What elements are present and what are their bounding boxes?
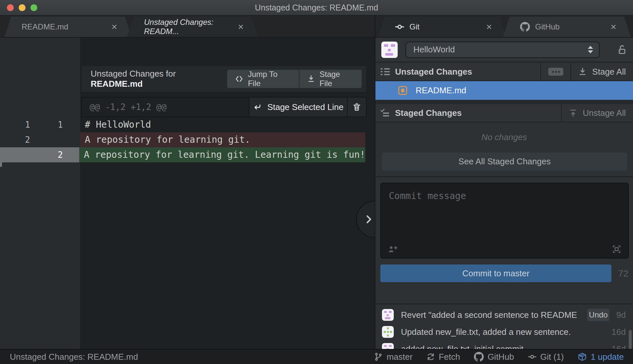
sync-icon: [426, 353, 435, 361]
tab-readme-label: README.md: [22, 22, 68, 31]
git-status-button[interactable]: Git (1): [528, 352, 564, 362]
staged-changes-header: Staged Changes Unstage All: [375, 104, 633, 122]
see-all-staged-button[interactable]: See All Staged Changes: [382, 153, 627, 171]
new-line-number: 2: [35, 147, 68, 162]
tab-unstaged-changes[interactable]: Unstaged Changes: READM... ×: [127, 17, 258, 37]
diff-line-context[interactable]: 1 1 # HelloWorld: [0, 117, 365, 132]
checklist-icon: [381, 109, 390, 117]
updates-button[interactable]: 1 update: [578, 352, 624, 362]
dock-toggle-handle[interactable]: [356, 201, 375, 238]
diff-line-deleted[interactable]: 2 A repository for learning git.: [0, 132, 365, 147]
github-icon: [474, 352, 484, 362]
unstage-all-button[interactable]: Unstage All: [561, 104, 633, 122]
commit-section: Commit to master 72: [375, 177, 633, 303]
app-window: Unstaged Changes: README.md README.md × …: [0, 0, 633, 364]
jump-to-file-label: Jump To File: [248, 70, 291, 88]
commit-row[interactable]: Updated new_file.txt, added a new senten…: [375, 323, 633, 340]
diff-line-gutter: 2: [0, 132, 80, 147]
diff-line-text: A repository for learning git.: [80, 132, 365, 147]
add-coauthor-icon[interactable]: [388, 245, 398, 253]
stage-all-icon: [578, 67, 587, 76]
package-icon: [578, 352, 587, 361]
title-bar: Unstaged Changes: README.md: [0, 0, 633, 15]
stage-all-label: Stage All: [592, 67, 626, 77]
tab-git-close-icon[interactable]: ×: [480, 22, 492, 32]
undo-button[interactable]: Undo: [587, 309, 609, 321]
staged-changes-body: No changes See All Staged Changes: [375, 122, 633, 177]
discard-menu-button[interactable]: [540, 63, 570, 81]
tab-github[interactable]: GitHub ×: [503, 17, 631, 37]
discard-hunk-button[interactable]: [347, 98, 366, 117]
tab-unstaged-changes-close-icon[interactable]: ×: [232, 22, 244, 32]
ellipsis-icon: [548, 68, 563, 76]
unstaged-file-name: README.md: [416, 85, 466, 96]
unstaged-file-row[interactable]: README.md: [375, 81, 633, 100]
git-commit-icon: [395, 22, 404, 31]
fetch-button[interactable]: Fetch: [426, 352, 460, 362]
stage-selected-line-button[interactable]: Stage Selected Line: [249, 98, 347, 117]
tab-unstaged-changes-label: Unstaged Changes: READM...: [144, 18, 232, 36]
status-file-path: Unstaged Changes: README.md: [10, 352, 138, 362]
stage-file-button[interactable]: Stage File: [299, 70, 362, 88]
window-title: Unstaged Changes: README.md: [0, 3, 633, 12]
stage-down-icon: [307, 75, 315, 83]
branch-name: master: [387, 352, 412, 362]
old-line-number: [0, 147, 35, 162]
unstaged-changes-title: Unstaged Changes: [375, 63, 540, 81]
chevron-right-icon: [364, 214, 374, 224]
status-right-items: master Fetch GitHub Git (1) 1 update: [374, 352, 624, 362]
commit-time: 9d: [616, 310, 626, 320]
diff-line-added-selected[interactable]: 2 A repository for learning git. Learnin…: [0, 147, 365, 162]
diff-file-title: Unstaged Changes for README.md: [91, 69, 227, 89]
select-arrows-icon: [588, 46, 593, 53]
hunk-header: @@ -1,2 +1,2 @@ Stage Selected Line: [81, 97, 367, 117]
fetch-label: Fetch: [439, 352, 460, 362]
github-label: GitHub: [488, 352, 514, 362]
tab-readme[interactable]: README.md ×: [5, 17, 132, 37]
staged-changes-title: Staged Changes: [375, 104, 561, 122]
expand-commit-box-icon[interactable]: [612, 244, 622, 254]
diff-file-title-prefix: Unstaged Changes for: [91, 69, 176, 79]
editor-tab-bar: README.md × Unstaged Changes: READM... ×: [0, 15, 375, 38]
commit-message: Updated new_file.txt, added a new senten…: [401, 327, 571, 337]
tab-github-close-icon[interactable]: ×: [605, 22, 616, 32]
stage-all-button[interactable]: Stage All: [570, 63, 633, 81]
tab-github-label: GitHub: [535, 22, 560, 31]
jump-to-file-button[interactable]: Jump To File: [227, 70, 299, 88]
list-unordered-icon: [381, 67, 390, 76]
commit-message-input[interactable]: [381, 183, 628, 242]
git-dock: Git × GitHub × HelloWorld: [375, 15, 633, 349]
new-line-number: 1: [35, 117, 68, 132]
no-changes-message: No changes: [375, 132, 633, 142]
return-arrow-icon: [253, 103, 262, 111]
commit-row[interactable]: Revert "added a second sentence to READM…: [375, 306, 633, 323]
commit-avatar: [382, 309, 394, 321]
repository-name: HelloWorld: [413, 45, 455, 55]
tab-readme-close-icon[interactable]: ×: [105, 22, 117, 32]
diff-line-text: A repository for learning git. Learning …: [79, 147, 365, 162]
repository-select[interactable]: HelloWorld: [406, 42, 600, 58]
git-branch-icon: [374, 353, 383, 361]
commit-message-box: [380, 183, 629, 259]
user-avatar: [381, 42, 398, 58]
unstage-all-icon: [569, 109, 577, 117]
see-all-staged-label: See All Staged Changes: [459, 156, 551, 167]
branch-indicator[interactable]: master: [374, 352, 412, 362]
diff-line-gutter: 2: [0, 147, 79, 162]
diff-line-text: # HelloWorld: [80, 117, 365, 132]
tab-git[interactable]: Git ×: [378, 17, 506, 37]
diff-editor-pane: Unstaged Changes for README.md Jump To F…: [0, 38, 375, 349]
old-line-number: 2: [0, 132, 35, 147]
diff-file-name: README.md: [91, 79, 143, 89]
commit-message: Revert "added a second sentence to READM…: [401, 310, 578, 320]
stage-file-label: Stage File: [319, 70, 354, 88]
unstage-all-label: Unstage All: [583, 108, 626, 118]
diff-header-buttons: Jump To File Stage File: [227, 70, 362, 88]
old-line-number: 1: [0, 117, 35, 132]
tab-git-label: Git: [409, 22, 420, 31]
commit-button[interactable]: Commit to master: [380, 264, 611, 282]
github-status-button[interactable]: GitHub: [474, 352, 514, 362]
diff-file-header: Unstaged Changes for README.md Jump To F…: [81, 65, 367, 92]
unlock-icon[interactable]: [616, 44, 627, 55]
stage-selected-line-label: Stage Selected Line: [267, 102, 344, 112]
